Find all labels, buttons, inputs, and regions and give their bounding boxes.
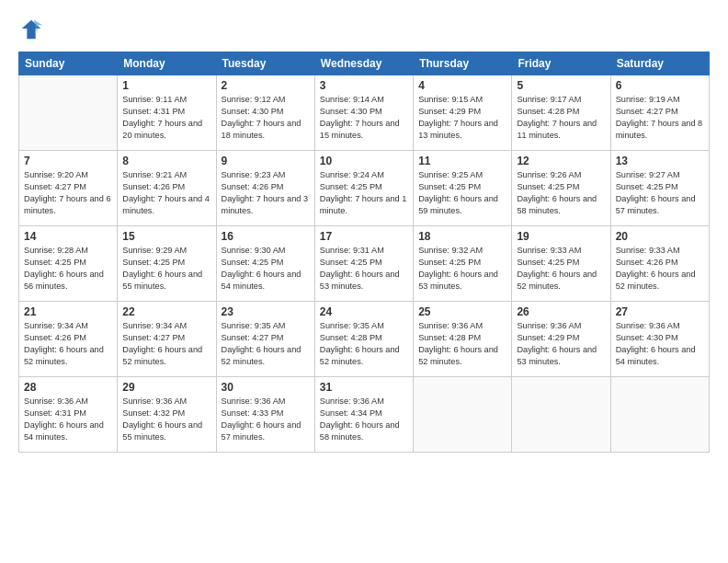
calendar-header: SundayMondayTuesdayWednesdayThursdayFrid…	[19, 52, 710, 75]
day-number: 8	[122, 155, 210, 167]
week-row-1: 1Sunrise: 9:11 AMSunset: 4:31 PMDaylight…	[19, 75, 710, 151]
calendar-cell: 17Sunrise: 9:31 AMSunset: 4:25 PMDayligh…	[314, 226, 413, 302]
day-info: Sunrise: 9:11 AMSunset: 4:31 PMDaylight:…	[122, 94, 210, 142]
calendar-page: SundayMondayTuesdayWednesdayThursdayFrid…	[0, 0, 728, 563]
calendar-cell: 30Sunrise: 9:36 AMSunset: 4:33 PMDayligh…	[216, 377, 314, 453]
day-number: 28	[24, 381, 112, 394]
day-info: Sunrise: 9:35 AMSunset: 4:28 PMDaylight:…	[320, 320, 408, 368]
day-info: Sunrise: 9:12 AMSunset: 4:30 PMDaylight:…	[222, 94, 310, 142]
day-info: Sunrise: 9:36 AMSunset: 4:29 PMDaylight:…	[517, 320, 605, 368]
day-info: Sunrise: 9:19 AMSunset: 4:27 PMDaylight:…	[616, 94, 704, 142]
day-info: Sunrise: 9:33 AMSunset: 4:26 PMDaylight:…	[616, 245, 704, 293]
day-number: 2	[222, 79, 310, 92]
week-row-2: 7Sunrise: 9:20 AMSunset: 4:27 PMDaylight…	[19, 151, 710, 226]
week-row-5: 28Sunrise: 9:36 AMSunset: 4:31 PMDayligh…	[19, 377, 710, 453]
weekday-header-tuesday: Tuesday	[216, 52, 314, 75]
calendar-cell: 23Sunrise: 9:35 AMSunset: 4:27 PMDayligh…	[216, 302, 314, 377]
calendar-cell: 19Sunrise: 9:33 AMSunset: 4:25 PMDayligh…	[512, 226, 610, 302]
day-number: 3	[320, 79, 408, 92]
calendar-cell: 29Sunrise: 9:36 AMSunset: 4:32 PMDayligh…	[118, 377, 216, 453]
weekday-header-wednesday: Wednesday	[314, 52, 413, 75]
calendar-cell: 1Sunrise: 9:11 AMSunset: 4:31 PMDaylight…	[118, 75, 216, 151]
day-number: 7	[24, 155, 112, 167]
calendar-table: SundayMondayTuesdayWednesdayThursdayFrid…	[18, 52, 710, 453]
header	[18, 17, 710, 42]
day-number: 29	[122, 381, 210, 394]
day-info: Sunrise: 9:26 AMSunset: 4:25 PMDaylight:…	[517, 169, 605, 217]
day-info: Sunrise: 9:36 AMSunset: 4:33 PMDaylight:…	[222, 396, 310, 443]
day-info: Sunrise: 9:14 AMSunset: 4:30 PMDaylight:…	[320, 94, 408, 142]
day-number: 4	[418, 79, 506, 92]
calendar-cell: 8Sunrise: 9:21 AMSunset: 4:26 PMDaylight…	[118, 151, 216, 226]
calendar-cell: 14Sunrise: 9:28 AMSunset: 4:25 PMDayligh…	[19, 226, 118, 302]
calendar-cell: 31Sunrise: 9:36 AMSunset: 4:34 PMDayligh…	[314, 377, 413, 453]
day-number: 18	[418, 230, 506, 243]
day-number: 10	[320, 155, 408, 167]
logo-icon	[18, 17, 44, 42]
calendar-cell: 15Sunrise: 9:29 AMSunset: 4:25 PMDayligh…	[118, 226, 216, 302]
day-number: 25	[418, 305, 506, 318]
day-info: Sunrise: 9:34 AMSunset: 4:27 PMDaylight:…	[122, 320, 210, 368]
calendar-cell: 18Sunrise: 9:32 AMSunset: 4:25 PMDayligh…	[414, 226, 512, 302]
calendar-cell	[512, 377, 610, 453]
day-info: Sunrise: 9:36 AMSunset: 4:34 PMDaylight:…	[320, 396, 408, 443]
day-info: Sunrise: 9:28 AMSunset: 4:25 PMDaylight:…	[24, 245, 112, 293]
day-number: 27	[616, 305, 704, 318]
calendar-cell: 22Sunrise: 9:34 AMSunset: 4:27 PMDayligh…	[118, 302, 216, 377]
logo	[18, 17, 48, 42]
calendar-cell: 16Sunrise: 9:30 AMSunset: 4:25 PMDayligh…	[216, 226, 314, 302]
day-number: 12	[517, 155, 605, 167]
weekday-row: SundayMondayTuesdayWednesdayThursdayFrid…	[19, 52, 710, 75]
day-info: Sunrise: 9:36 AMSunset: 4:28 PMDaylight:…	[418, 320, 506, 368]
day-info: Sunrise: 9:20 AMSunset: 4:27 PMDaylight:…	[24, 169, 112, 217]
day-number: 1	[122, 79, 210, 92]
day-number: 13	[616, 155, 704, 167]
calendar-cell: 9Sunrise: 9:23 AMSunset: 4:26 PMDaylight…	[216, 151, 314, 226]
calendar-cell: 3Sunrise: 9:14 AMSunset: 4:30 PMDaylight…	[314, 75, 413, 151]
calendar-cell	[414, 377, 512, 453]
day-info: Sunrise: 9:35 AMSunset: 4:27 PMDaylight:…	[222, 320, 310, 368]
day-info: Sunrise: 9:15 AMSunset: 4:29 PMDaylight:…	[418, 94, 506, 142]
day-info: Sunrise: 9:25 AMSunset: 4:25 PMDaylight:…	[418, 169, 506, 217]
calendar-cell: 6Sunrise: 9:19 AMSunset: 4:27 PMDaylight…	[610, 75, 709, 151]
day-info: Sunrise: 9:36 AMSunset: 4:31 PMDaylight:…	[24, 396, 112, 443]
day-number: 20	[616, 230, 704, 243]
calendar-cell: 10Sunrise: 9:24 AMSunset: 4:25 PMDayligh…	[314, 151, 413, 226]
week-row-3: 14Sunrise: 9:28 AMSunset: 4:25 PMDayligh…	[19, 226, 710, 302]
day-info: Sunrise: 9:36 AMSunset: 4:32 PMDaylight:…	[122, 396, 210, 443]
weekday-header-sunday: Sunday	[19, 52, 118, 75]
calendar-cell: 13Sunrise: 9:27 AMSunset: 4:25 PMDayligh…	[610, 151, 709, 226]
weekday-header-saturday: Saturday	[610, 52, 709, 75]
day-info: Sunrise: 9:17 AMSunset: 4:28 PMDaylight:…	[517, 94, 605, 142]
day-number: 5	[517, 79, 605, 92]
day-number: 14	[24, 230, 112, 243]
day-info: Sunrise: 9:27 AMSunset: 4:25 PMDaylight:…	[616, 169, 704, 217]
weekday-header-thursday: Thursday	[414, 52, 512, 75]
calendar-body: 1Sunrise: 9:11 AMSunset: 4:31 PMDaylight…	[19, 75, 710, 453]
day-info: Sunrise: 9:29 AMSunset: 4:25 PMDaylight:…	[122, 245, 210, 293]
calendar-cell: 2Sunrise: 9:12 AMSunset: 4:30 PMDaylight…	[216, 75, 314, 151]
day-number: 17	[320, 230, 408, 243]
weekday-header-friday: Friday	[512, 52, 610, 75]
day-number: 22	[122, 305, 210, 318]
calendar-cell: 26Sunrise: 9:36 AMSunset: 4:29 PMDayligh…	[512, 302, 610, 377]
day-info: Sunrise: 9:23 AMSunset: 4:26 PMDaylight:…	[222, 169, 310, 217]
calendar-cell: 7Sunrise: 9:20 AMSunset: 4:27 PMDaylight…	[19, 151, 118, 226]
calendar-cell: 11Sunrise: 9:25 AMSunset: 4:25 PMDayligh…	[414, 151, 512, 226]
calendar-cell: 25Sunrise: 9:36 AMSunset: 4:28 PMDayligh…	[414, 302, 512, 377]
day-number: 11	[418, 155, 506, 167]
calendar-cell: 24Sunrise: 9:35 AMSunset: 4:28 PMDayligh…	[314, 302, 413, 377]
calendar-cell: 28Sunrise: 9:36 AMSunset: 4:31 PMDayligh…	[19, 377, 118, 453]
day-info: Sunrise: 9:31 AMSunset: 4:25 PMDaylight:…	[320, 245, 408, 293]
day-number: 24	[320, 305, 408, 318]
calendar-cell: 21Sunrise: 9:34 AMSunset: 4:26 PMDayligh…	[19, 302, 118, 377]
calendar-cell: 12Sunrise: 9:26 AMSunset: 4:25 PMDayligh…	[512, 151, 610, 226]
calendar-cell	[19, 75, 118, 151]
day-info: Sunrise: 9:21 AMSunset: 4:26 PMDaylight:…	[122, 169, 210, 217]
day-number: 31	[320, 381, 408, 394]
day-number: 23	[222, 305, 310, 318]
day-info: Sunrise: 9:24 AMSunset: 4:25 PMDaylight:…	[320, 169, 408, 217]
day-number: 9	[222, 155, 310, 167]
day-number: 21	[24, 305, 112, 318]
week-row-4: 21Sunrise: 9:34 AMSunset: 4:26 PMDayligh…	[19, 302, 710, 377]
